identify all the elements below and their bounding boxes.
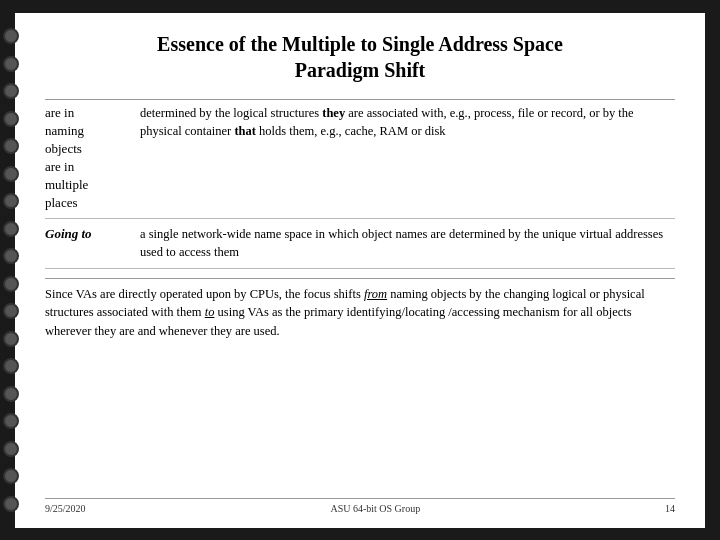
slide-footer: 9/25/2020 ASU 64-bit OS Group 14 xyxy=(45,498,675,514)
title-divider xyxy=(45,99,675,100)
spiral-dot xyxy=(3,221,19,237)
going-to-label: Going to xyxy=(45,225,140,242)
right-content-top: determined by the logical structures the… xyxy=(140,104,675,141)
footer-center: ASU 64-bit OS Group xyxy=(330,503,420,514)
spiral-binding xyxy=(3,13,19,528)
label-multiple: multiple xyxy=(45,176,140,194)
section2-text: a single network-wide name space in whic… xyxy=(140,225,675,262)
slide-title: Essence of the Multiple to Single Addres… xyxy=(45,31,675,83)
spiral-dot xyxy=(3,166,19,182)
slide: Essence of the Multiple to Single Addres… xyxy=(15,13,705,528)
label-arein: are in xyxy=(45,104,140,122)
section-divider-2 xyxy=(45,268,675,269)
spiral-dot xyxy=(3,56,19,72)
label-naming: naming xyxy=(45,122,140,140)
spiral-dot xyxy=(3,28,19,44)
spiral-dot xyxy=(3,386,19,402)
left-labels-top: are in naming objects are in multiple pl… xyxy=(45,104,140,213)
spiral-dot xyxy=(3,83,19,99)
section-divider-1 xyxy=(45,218,675,219)
section1-text: determined by the logical structures the… xyxy=(140,104,675,141)
label-objects: objects xyxy=(45,140,140,158)
spiral-dot xyxy=(3,111,19,127)
spiral-dot xyxy=(3,248,19,264)
content-area: are in naming objects are in multiple pl… xyxy=(45,104,675,492)
title-line2: Paradigm Shift xyxy=(295,59,426,81)
spiral-dot xyxy=(3,468,19,484)
spiral-dot xyxy=(3,331,19,347)
spiral-dot xyxy=(3,441,19,457)
spiral-dot xyxy=(3,303,19,319)
footer-page: 14 xyxy=(665,503,675,514)
spiral-dot xyxy=(3,276,19,292)
title-line1: Essence of the Multiple to Single Addres… xyxy=(157,33,563,55)
label-places: places xyxy=(45,194,140,212)
spiral-dot xyxy=(3,496,19,512)
label-arein2: are in xyxy=(45,158,140,176)
spiral-dot xyxy=(3,413,19,429)
footer-date: 9/25/2020 xyxy=(45,503,86,514)
spiral-dot xyxy=(3,138,19,154)
section2-text-container: a single network-wide name space in whic… xyxy=(140,225,675,262)
spiral-dot xyxy=(3,358,19,374)
spiral-dot xyxy=(3,193,19,209)
bottom-section: Since VAs are directly operated upon by … xyxy=(45,278,675,341)
bottom-paragraph: Since VAs are directly operated upon by … xyxy=(45,285,675,341)
